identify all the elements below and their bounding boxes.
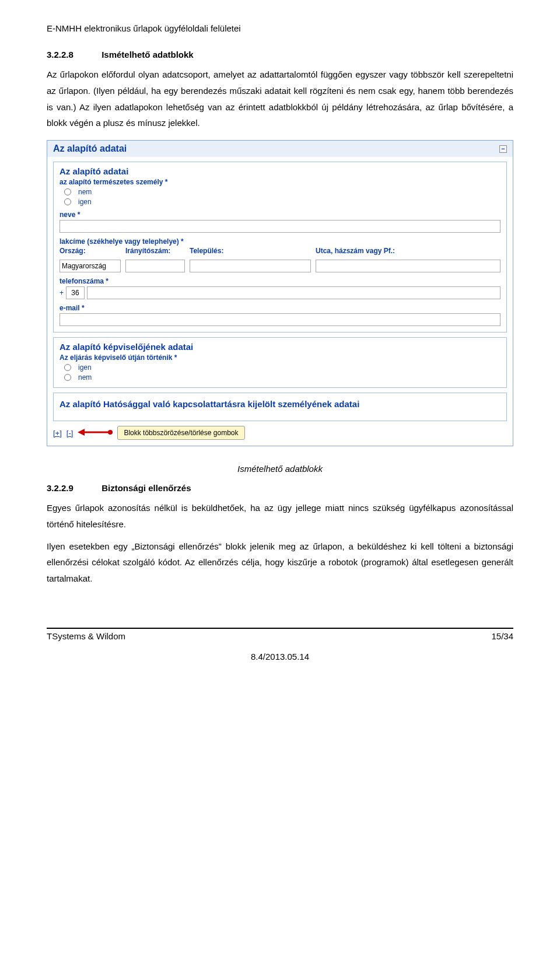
natural-person-label: az alapító természetes személy * — [60, 178, 501, 186]
phone-label: telefonszáma * — [60, 277, 501, 285]
radio-rep-yes-label: igen — [78, 363, 92, 372]
footer-date: 8.4/2013.05.14 — [47, 652, 513, 662]
callout-arrow-icon — [78, 427, 113, 439]
block3-title: Az alapító Hatósággal való kapcsolattart… — [60, 399, 501, 409]
block2-title: Az alapító képviselőjének adatai — [60, 342, 501, 352]
addr-country-label: Ország: — [60, 247, 121, 255]
addr-street-label: Utca, házszám vagy Pf.: — [316, 247, 501, 255]
block1-title: Az alapító adatai — [60, 166, 501, 176]
phone-cc-input[interactable] — [66, 286, 85, 299]
radio-natural-yes-label: igen — [78, 198, 92, 206]
radio-rep-yes[interactable] — [64, 364, 71, 371]
page-footer: TSystems & Wildom 15/34 — [47, 628, 513, 641]
form-panel: Az alapító adatai − Az alapító adatai az… — [47, 140, 513, 446]
form-header-title: Az alapító adatai — [53, 144, 127, 154]
plus-minus-row: [+] [-] Blokk többszörözése/törlése gomb… — [53, 426, 507, 440]
section-2-title: Biztonsági ellenőrzés — [102, 483, 191, 493]
section-2-paragraph-2: Ilyen esetekben egy „Biztonsági ellenőrz… — [47, 538, 513, 587]
radio-natural-no-label: nem — [78, 188, 92, 196]
email-input[interactable] — [60, 313, 501, 326]
footer-left: TSystems & Wildom — [47, 631, 125, 641]
phone-plus-icon: + — [60, 289, 64, 297]
radio-rep-no[interactable] — [64, 374, 71, 381]
callout-tooltip: Blokk többszörözése/törlése gombok — [117, 426, 244, 440]
section-1-title: Ismételhető adatblokk — [102, 50, 194, 60]
radio-rep-no-label: nem — [78, 373, 92, 382]
addr-country-input[interactable] — [60, 260, 121, 272]
phone-number-input[interactable] — [87, 286, 501, 299]
radio-natural-no[interactable] — [64, 188, 71, 195]
svg-marker-1 — [78, 429, 85, 436]
collapse-icon[interactable]: − — [499, 145, 507, 153]
section-1-num: 3.2.2.8 — [47, 50, 99, 60]
section-2-num: 3.2.2.9 — [47, 483, 99, 493]
addr-zip-input[interactable] — [125, 260, 185, 272]
section-2-paragraph-1: Egyes űrlapok azonosítás nélkül is bekül… — [47, 500, 513, 533]
block-contact-person: Az alapító Hatósággal való kapcsolattart… — [53, 393, 507, 421]
addr-city-input[interactable] — [190, 260, 311, 272]
addr-city-label: Település: — [190, 247, 311, 255]
name-label: neve * — [60, 211, 501, 219]
section-1-heading: 3.2.2.8 Ismételhető adatblokk — [47, 50, 513, 60]
add-block-button[interactable]: [+] — [53, 429, 62, 438]
radio-natural-yes[interactable] — [64, 198, 71, 205]
block-founder-data: Az alapító adatai az alapító természetes… — [53, 162, 507, 332]
block-representative: Az alapító képviselőjének adatai Az eljá… — [53, 337, 507, 388]
addr-zip-label: Irányítószám: — [125, 247, 185, 255]
section-2-heading: 3.2.2.9 Biztonsági ellenőrzés — [47, 483, 513, 493]
address-group-label: lakcíme (székhelye vagy telephelye) * — [60, 237, 501, 246]
addr-street-input[interactable] — [316, 260, 501, 272]
footer-page-number: 15/34 — [491, 631, 513, 641]
rep-question-label: Az eljárás képviselő útján történik * — [60, 354, 501, 362]
name-input[interactable] — [60, 220, 501, 233]
figure-caption: Ismételhető adatblokk — [47, 464, 513, 474]
email-label: e-mail * — [60, 304, 501, 312]
svg-point-2 — [108, 430, 113, 435]
remove-block-button[interactable]: [-] — [66, 429, 74, 438]
form-header-bar: Az alapító adatai − — [47, 141, 513, 157]
section-1-paragraph: Az űrlapokon előfordul olyan adatcsoport… — [47, 66, 513, 131]
page-header: E-NMHH elektronikus űrlapok ügyféloldali… — [47, 23, 513, 33]
